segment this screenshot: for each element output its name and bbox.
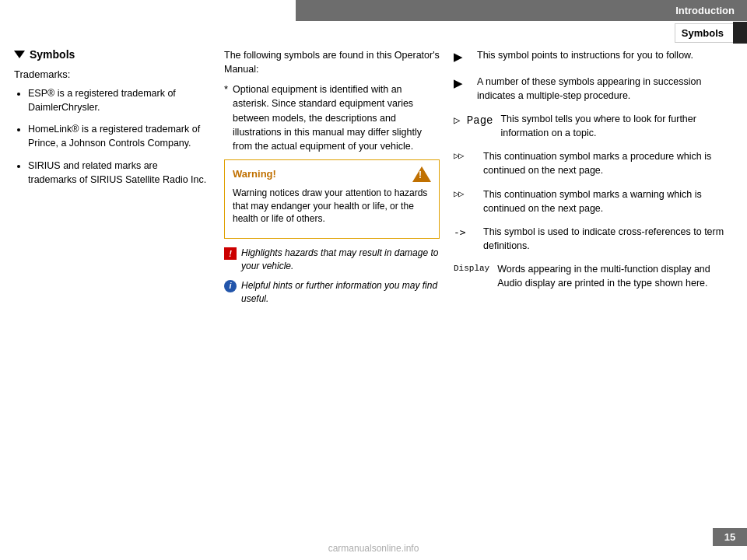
arrow-icon-0: ▶ [454, 48, 469, 65]
warning-text: Warning notices draw your attention to h… [233, 187, 431, 226]
hazard-text: Highlights hazards that may result in da… [241, 247, 440, 273]
symbol-text-4: This continuation symbol marks a warning… [483, 187, 733, 215]
middle-column: The following symbols are found in this … [224, 48, 454, 521]
trademarks-label: Trademarks: [14, 68, 209, 80]
hazard-note: ! Highlights hazards that may result in … [224, 247, 440, 273]
warning-title: Warning! [233, 168, 276, 180]
dash-arrow-icon: -> [454, 225, 475, 240]
optional-star: * [224, 82, 228, 153]
info-icon: i [224, 280, 237, 292]
display-code-icon: Display [454, 262, 489, 275]
symbols-tab: Symbols [675, 22, 747, 44]
warning-header: Warning! [233, 166, 431, 182]
list-item: ESP® is a registered trademark of Daimle… [28, 86, 209, 114]
symbols-tab-accent [733, 22, 747, 44]
symbol-text-2: This symbol tells you where to look for … [500, 112, 733, 140]
list-item: SIRIUS and related marks are trademarks … [28, 159, 209, 187]
warning-triangle-icon [412, 166, 431, 182]
symbol-text-1: A number of these symbols appearing in s… [477, 75, 733, 103]
symbols-tab-label: Symbols [675, 23, 733, 43]
optional-text: Optional equipment is identified with an… [233, 82, 440, 153]
page-icon: ▷ Page [454, 112, 493, 128]
symbol-row-1: ▶ A number of these symbols appearing in… [454, 75, 733, 103]
double-arrow-icon-4: ▷▷ [454, 187, 475, 201]
trademark-item-3: SIRIUS and related marks are trademarks … [28, 160, 206, 185]
middle-intro: The following symbols are found in this … [224, 48, 440, 76]
symbol-row-2: ▷ Page This symbol tells you where to lo… [454, 112, 733, 140]
optional-row: * Optional equipment is identified with … [224, 82, 440, 153]
hazard-icon: ! [224, 247, 237, 260]
symbol-row-4: ▷▷ This continuation symbol marks a warn… [454, 187, 733, 215]
section-title: Symbols [14, 48, 209, 61]
symbol-row-6: Display Words appearing in the multi-fun… [454, 262, 733, 290]
trademark-item-2: HomeLink® is a registered trademark of P… [28, 124, 200, 149]
info-text: Helpful hints or further information you… [241, 279, 440, 306]
symbol-text-6: Words appearing in the multi-function di… [497, 262, 733, 290]
header-title: Introduction [675, 5, 735, 16]
left-column: Symbols Trademarks: ESP® is a registered… [14, 48, 224, 521]
symbol-row-0: ▶ This symbol points to instructions for… [454, 48, 733, 65]
page-number: 15 [713, 528, 747, 546]
trademark-list: ESP® is a registered trademark of Daimle… [14, 86, 209, 187]
double-arrow-icon-3: ▷▷ [454, 149, 475, 163]
arrow-icon-1: ▶ [454, 75, 469, 92]
symbol-row-5: -> This symbol is used to indicate cross… [454, 225, 733, 253]
symbol-text-0: This symbol points to instructions for y… [477, 48, 693, 62]
symbol-text-3: This continuation symbol marks a procedu… [483, 149, 733, 177]
warning-box: Warning! Warning notices draw your atten… [224, 159, 440, 239]
main-content: Symbols Trademarks: ESP® is a registered… [0, 48, 747, 521]
header-bar: Introduction [296, 0, 747, 21]
trademark-item-1: ESP® is a registered trademark of Daimle… [28, 88, 176, 113]
watermark: carmanualsonline.info [328, 543, 419, 554]
symbol-text-5: This symbol is used to indicate cross-re… [483, 225, 733, 253]
list-item: HomeLink® is a registered trademark of P… [28, 122, 209, 150]
right-column: ▶ This symbol points to instructions for… [454, 48, 733, 521]
section-title-text: Symbols [30, 48, 75, 61]
info-note: i Helpful hints or further information y… [224, 279, 440, 306]
triangle-icon [14, 51, 25, 58]
symbol-row-3: ▷▷ This continuation symbol marks a proc… [454, 149, 733, 177]
